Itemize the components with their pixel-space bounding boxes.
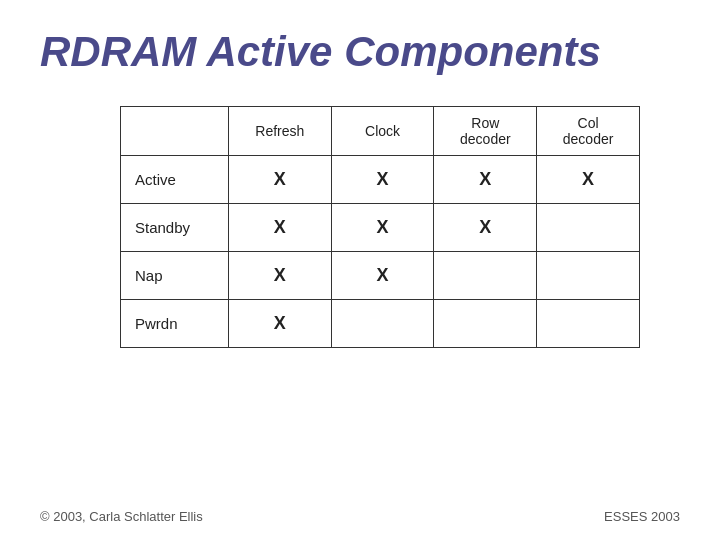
footer-right: ESSES 2003	[604, 509, 680, 524]
cell-pwrdn-col-decoder	[537, 300, 640, 348]
cell-standby-refresh: X	[228, 204, 331, 252]
cell-pwrdn-row-decoder	[434, 300, 537, 348]
footer-left: © 2003, Carla Schlatter Ellis	[40, 509, 203, 524]
cell-standby-row-decoder: X	[434, 204, 537, 252]
cell-active-col-decoder: X	[537, 156, 640, 204]
page-title: RDRAM Active Components	[0, 0, 720, 96]
cell-standby-clock: X	[331, 204, 434, 252]
header-refresh: Refresh	[228, 107, 331, 156]
cell-nap-col-decoder	[537, 252, 640, 300]
header-empty	[121, 107, 229, 156]
table-row: Standby X X X	[121, 204, 640, 252]
header-row-decoder: Rowdecoder	[434, 107, 537, 156]
cell-nap-row-decoder	[434, 252, 537, 300]
cell-nap-refresh: X	[228, 252, 331, 300]
table-row: Pwrdn X	[121, 300, 640, 348]
table-row: Active X X X X	[121, 156, 640, 204]
header-clock: Clock	[331, 107, 434, 156]
cell-nap-clock: X	[331, 252, 434, 300]
cell-pwrdn-clock	[331, 300, 434, 348]
table-row: Nap X X	[121, 252, 640, 300]
cell-standby-col-decoder	[537, 204, 640, 252]
cell-active-refresh: X	[228, 156, 331, 204]
cell-pwrdn-refresh: X	[228, 300, 331, 348]
cell-active-row-decoder: X	[434, 156, 537, 204]
cell-active-clock: X	[331, 156, 434, 204]
row-label-nap: Nap	[121, 252, 229, 300]
row-label-standby: Standby	[121, 204, 229, 252]
main-table-container: Refresh Clock Rowdecoder Coldecoder Acti…	[0, 106, 720, 348]
row-label-active: Active	[121, 156, 229, 204]
components-table: Refresh Clock Rowdecoder Coldecoder Acti…	[120, 106, 640, 348]
header-col-decoder: Coldecoder	[537, 107, 640, 156]
table-header-row: Refresh Clock Rowdecoder Coldecoder	[121, 107, 640, 156]
row-label-pwrdn: Pwrdn	[121, 300, 229, 348]
